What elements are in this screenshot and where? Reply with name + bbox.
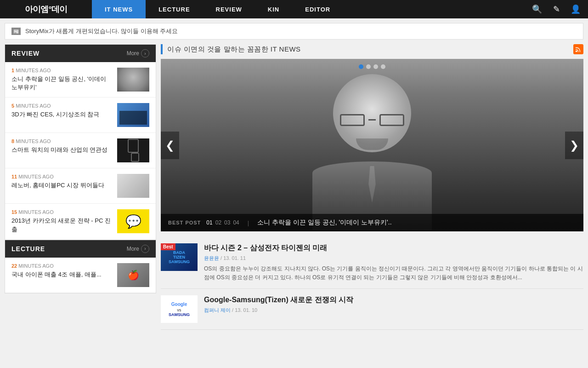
article-title: 바다 시즌 2 – 삼성전자 타이젠의 미래 — [204, 243, 583, 253]
review-section-title: REVIEW — [11, 50, 40, 57]
article-item[interactable]: GooglevsSAMSUNG Google-Samsung(Tizen) 새로… — [161, 289, 583, 330]
sidebar-item-time: 1 MINUTES AGO — [11, 68, 113, 73]
lecture-more-button[interactable]: More › — [127, 245, 149, 253]
slider-prev-button[interactable]: ❮ — [161, 132, 179, 159]
article-thumb: GooglevsSAMSUNG — [161, 295, 198, 323]
slider-caption-label: BEST POST — [168, 220, 201, 225]
article-meta: 컴퍼니 제이 / 13. 01. 10 — [204, 307, 583, 314]
rss-icon[interactable] — [573, 44, 583, 54]
slider-caption-num-4[interactable]: 04 — [233, 219, 239, 226]
content-header: 이슈 이면의 것을 말하는 꼼꼼한 IT NEWS — [161, 44, 583, 54]
slider-caption-num-2[interactable]: 02 — [215, 219, 221, 226]
sidebar-item-title: 2013년 카카오의 새로운 전략 - PC 진출 — [11, 217, 113, 233]
slider-person-container — [161, 59, 583, 231]
main-nav: IT NEWSLECTUREREVIEWKINEDITOR — [92, 0, 529, 18]
review-item[interactable]: 11 MINUTES AGO 레노버, 홈테이블PC 시장 뛰어들다 — [5, 168, 156, 204]
article-author: 컴퍼니 제이 — [204, 307, 231, 313]
slider-caption-title: 소니 추락을 이끈 일등 공신, '이데이 노부유키'.. — [257, 218, 391, 227]
slider-person — [276, 60, 469, 230]
person-glasses — [340, 113, 404, 127]
content-header-title: 이슈 이면의 것을 말하는 꼼꼼한 IT NEWS — [167, 45, 301, 54]
article-title: Google-Samsung(Tizen) 새로운 전쟁의 시작 — [204, 295, 583, 305]
more-circle-icon-lecture: › — [141, 245, 149, 253]
review-section-header: REVIEW More › — [5, 45, 156, 62]
sidebar-item-minutes: 1 — [11, 68, 14, 73]
review-item[interactable]: 5 MINUTES AGO 3D가 빠진 CES, 시기상조의 참극 — [5, 98, 156, 133]
main-area: REVIEW More › 1 MINUTES AGO 소니 추락을 이끈 일등… — [0, 44, 588, 334]
article-thumb-img: GooglevsSAMSUNG — [161, 295, 198, 323]
article-thumb: BADATIZENSAMSUNG Best — [161, 243, 198, 271]
article-content: 바다 시즌 2 – 삼성전자 타이젠의 미래 윤윤윤 / 13. 01. 11 … — [204, 243, 583, 282]
sidebar-item-time: 5 MINUTES AGO — [11, 103, 113, 109]
sidebar-item-thumb: 🍎 — [117, 263, 149, 287]
news-slider: ❮ ❯ BEST POST 01 02 03 04 | 소니 추락을 이끈 일등… — [161, 59, 583, 231]
notice-bar: 📰 StoryMix가 새롭게 개편되었습니다. 많이들 이용해 주세요 — [5, 23, 583, 40]
sidebar: REVIEW More › 1 MINUTES AGO 소니 추락을 이끈 일등… — [5, 44, 156, 330]
article-meta: 윤윤윤 / 13. 01. 11 — [204, 255, 583, 262]
review-item[interactable]: 8 MINUTES AGO 스마트 워치의 미래와 산업의 연관성 — [5, 133, 156, 168]
header: 아이엠°데이 IT NEWSLECTUREREVIEWKINEDITOR 🔍 ✎… — [0, 0, 588, 18]
review-item[interactable]: 1 MINUTES AGO 소니 추락을 이끈 일등 공신, '이데이 노부유키… — [5, 62, 156, 98]
notice-icon: 📰 — [11, 28, 21, 35]
rss-svg — [575, 46, 582, 52]
sidebar-item-minutes: 5 — [11, 103, 14, 109]
article-author: 윤윤윤 — [204, 255, 219, 261]
header-icons: 🔍 ✎ 👤 — [529, 1, 588, 17]
nav-item-kin[interactable]: KIN — [255, 0, 292, 18]
sidebar-item-content: 22 MINUTES AGO 국내 아이폰 매출 4조 애플, 애플... — [11, 263, 113, 279]
notice-text: StoryMix가 새롭게 개편되었습니다. 많이들 이용해 주세요 — [25, 27, 178, 35]
sidebar-item-content: 1 MINUTES AGO 소니 추락을 이끈 일등 공신, '이데이 노부유키… — [11, 68, 113, 92]
user-icon[interactable]: 👤 — [568, 1, 583, 17]
slider-caption-divider: | — [248, 219, 249, 226]
review-item[interactable]: 15 MINUTES AGO 2013년 카카오의 새로운 전략 - PC 진출… — [5, 204, 156, 239]
logo[interactable]: 아이엠°데이 — [25, 4, 67, 15]
slider-dot-2[interactable] — [366, 64, 371, 69]
sidebar-item-thumb — [117, 103, 149, 127]
article-excerpt: OS의 중요함은 누누이 강조해도 지나치지 않다. OS는 기기를 움직이는 … — [204, 264, 583, 282]
logo-area: 아이엠°데이 — [0, 0, 92, 18]
review-items-list: 1 MINUTES AGO 소니 추락을 이끈 일등 공신, '이데이 노부유키… — [5, 62, 156, 240]
sidebar-item-content: 15 MINUTES AGO 2013년 카카오의 새로운 전략 - PC 진출 — [11, 209, 113, 233]
sidebar-item-time: 15 MINUTES AGO — [11, 209, 113, 215]
nav-item-review[interactable]: REVIEW — [203, 0, 255, 18]
sidebar-item-title: 국내 아이폰 매출 4조 애플, 애플... — [11, 270, 113, 279]
article-item[interactable]: BADATIZENSAMSUNG Best 바다 시즌 2 – 삼성전자 타이젠… — [161, 237, 583, 289]
content-header-bar — [161, 44, 163, 54]
lecture-section-title: LECTURE — [11, 245, 45, 253]
lecture-section-header: LECTURE More › — [5, 240, 156, 258]
slider-dot-3[interactable] — [373, 64, 378, 69]
sidebar-item-minutes: 11 — [11, 174, 17, 179]
sidebar-item-time: 11 MINUTES AGO — [11, 174, 113, 179]
nav-item-lecture[interactable]: LECTURE — [146, 0, 203, 18]
sidebar-item-minutes: 22 — [11, 263, 17, 269]
sidebar-item-thumb — [117, 174, 149, 198]
article-content: Google-Samsung(Tizen) 새로운 전쟁의 시작 컴퍼니 제이 … — [204, 295, 583, 316]
nav-item-editor[interactable]: EDITOR — [292, 0, 343, 18]
slider-next-button[interactable]: ❯ — [565, 132, 583, 159]
slider-caption-num-1[interactable]: 01 — [206, 219, 212, 226]
more-circle-icon: › — [141, 49, 149, 58]
sidebar-item-title: 소니 추락을 이끈 일등 공신, '이데이 노부유키' — [11, 75, 113, 92]
sidebar-item-content: 8 MINUTES AGO 스마트 워치의 미래와 산업의 연관성 — [11, 138, 113, 154]
nav-item-it-news[interactable]: IT NEWS — [92, 0, 146, 18]
content-area: 이슈 이면의 것을 말하는 꼼꼼한 IT NEWS — [161, 44, 583, 330]
review-section: REVIEW More › 1 MINUTES AGO 소니 추락을 이끈 일등… — [5, 44, 156, 240]
sidebar-item-content: 5 MINUTES AGO 3D가 빠진 CES, 시기상조의 참극 — [11, 103, 113, 119]
search-icon[interactable]: 🔍 — [529, 1, 545, 17]
lecture-item[interactable]: 22 MINUTES AGO 국내 아이폰 매출 4조 애플, 애플... 🍎 — [5, 258, 156, 293]
sidebar-item-title: 스마트 워치의 미래와 산업의 연관성 — [11, 146, 113, 154]
slider-dot-1[interactable] — [359, 64, 363, 69]
sidebar-item-time: 8 MINUTES AGO — [11, 138, 113, 144]
review-more-button[interactable]: More › — [127, 49, 149, 58]
sidebar-item-title: 3D가 빠진 CES, 시기상조의 참극 — [11, 110, 113, 119]
slider-dots — [359, 64, 385, 69]
slider-dot-4[interactable] — [381, 64, 385, 69]
slider-caption: BEST POST 01 02 03 04 | 소니 추락을 이끈 일등 공신,… — [161, 214, 583, 231]
lecture-section: LECTURE More › 22 MINUTES AGO 국내 아이폰 매출 … — [5, 240, 156, 293]
sidebar-item-minutes: 15 — [11, 209, 17, 215]
sidebar-item-minutes: 8 — [11, 138, 14, 144]
pencil-icon[interactable]: ✎ — [548, 1, 564, 17]
svg-point-0 — [576, 51, 577, 52]
sidebar-item-time: 22 MINUTES AGO — [11, 263, 113, 269]
slider-caption-num-3[interactable]: 03 — [224, 219, 230, 226]
